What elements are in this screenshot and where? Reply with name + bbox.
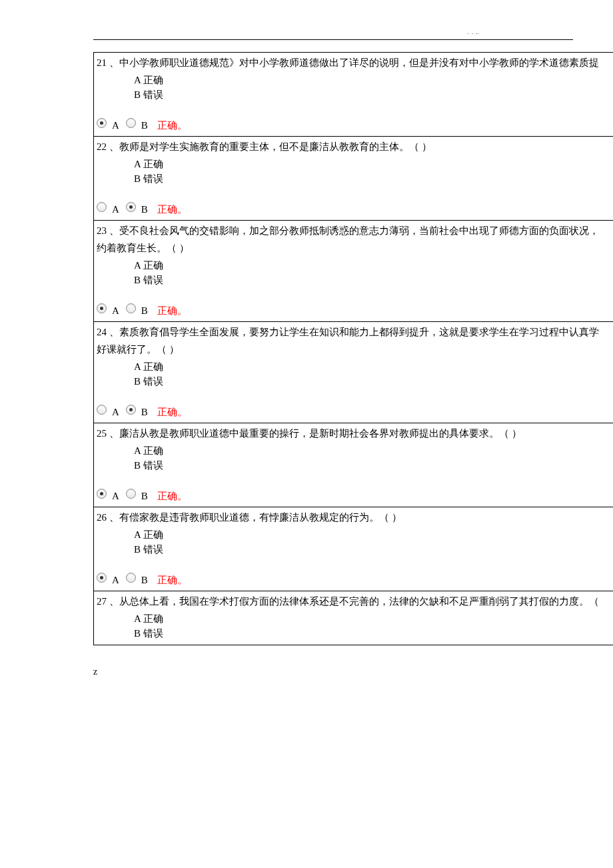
option-b: B 错误 — [134, 87, 610, 102]
radio-b[interactable] — [126, 118, 136, 128]
question-stem: 26 、有偿家教是违背教师职业道德，有悖廉洁从教规定的行为。（ ） — [97, 510, 610, 525]
header-dots: . . .. — [468, 29, 480, 35]
question: 27 、从总体上看，我国在学术打假方面的法律体系还是不完善的，法律的欠缺和不足严… — [94, 591, 613, 645]
question-stem: 24 、素质教育倡导学生全面发展，要努力让学生在知识和能力上都得到提升，这就是要… — [97, 325, 610, 339]
radio-b-label: B — [141, 305, 148, 317]
radio-b[interactable] — [126, 405, 136, 415]
question-list: 21 、中小学教师职业道德规范》对中小学教师道德做出了详尽的说明，但是并没有对中… — [93, 52, 613, 645]
answer-row: AB正确。 — [97, 305, 610, 317]
option-a: A 正确 — [134, 611, 610, 626]
radio-b-label: B — [141, 204, 148, 215]
radio-b-label: B — [141, 491, 148, 502]
question: 25 、廉洁从教是教师职业道德中最重要的操行，是新时期社会各界对教师提出的具体要… — [94, 423, 613, 507]
radio-a-label: A — [112, 305, 119, 317]
answer-row: AB正确。 — [97, 119, 610, 132]
radio-a[interactable] — [97, 303, 107, 313]
correct-text: 正确。 — [157, 119, 187, 132]
options: A 正确B 错误 — [134, 443, 610, 473]
header-area: . . .. — [93, 39, 573, 40]
option-b: B 错误 — [134, 458, 610, 473]
question-stem: 27 、从总体上看，我国在学术打假方面的法律体系还是不完善的，法律的欠缺和不足严… — [97, 594, 610, 609]
correct-text: 正确。 — [157, 406, 187, 419]
radio-b-label: B — [141, 407, 148, 418]
option-a: A 正确 — [134, 157, 610, 171]
option-a: A 正确 — [134, 73, 610, 87]
question-stem-cont: 好课就行了。（ ） — [97, 342, 610, 357]
question-stem: 25 、廉洁从教是教师职业道德中最重要的操行，是新时期社会各界对教师提出的具体要… — [97, 426, 610, 441]
question-stem: 21 、中小学教师职业道德规范》对中小学教师道德做出了详尽的说明，但是并没有对中… — [97, 55, 610, 70]
option-b: B 错误 — [134, 171, 610, 186]
radio-a-label: A — [112, 407, 119, 418]
radio-a-label: A — [112, 491, 119, 502]
question-stem: 23 、受不良社会风气的交错影响，加之部分教师抵制诱惑的意志力薄弱，当前社会中出… — [97, 223, 610, 238]
option-a: A 正确 — [134, 443, 610, 458]
footer-mark: z — [93, 667, 613, 677]
question-stem-cont: 约着教育生长。（ ） — [97, 241, 610, 255]
answer-row: AB正确。 — [97, 574, 610, 587]
answer-row: AB正确。 — [97, 490, 610, 503]
option-a: A 正确 — [134, 527, 610, 542]
question: 22 、教师是对学生实施教育的重要主体，但不是廉洁从教教育的主体。（ ）A 正确… — [94, 137, 613, 221]
radio-b[interactable] — [126, 489, 136, 499]
options: A 正确B 错误 — [134, 157, 610, 186]
answer-row: AB正确。 — [97, 203, 610, 216]
radio-b[interactable] — [126, 303, 136, 313]
option-a: A 正确 — [134, 258, 610, 273]
question: 21 、中小学教师职业道德规范》对中小学教师道德做出了详尽的说明，但是并没有对中… — [94, 53, 613, 137]
question: 26 、有偿家教是违背教师职业道德，有悖廉洁从教规定的行为。（ ）A 正确B 错… — [94, 507, 613, 591]
option-b: B 错误 — [134, 626, 610, 641]
radio-a-label: A — [112, 120, 119, 131]
options: A 正确B 错误 — [134, 359, 610, 389]
options: A 正确B 错误 — [134, 611, 610, 641]
option-a: A 正确 — [134, 359, 610, 374]
radio-a[interactable] — [97, 118, 107, 128]
correct-text: 正确。 — [157, 490, 187, 503]
radio-b[interactable] — [126, 202, 136, 212]
correct-text: 正确。 — [157, 305, 187, 317]
radio-a[interactable] — [97, 489, 107, 499]
radio-b[interactable] — [126, 573, 136, 583]
radio-b-label: B — [141, 575, 148, 586]
radio-a-label: A — [112, 204, 119, 215]
option-b: B 错误 — [134, 374, 610, 389]
correct-text: 正确。 — [157, 203, 187, 216]
question: 24 、素质教育倡导学生全面发展，要努力让学生在知识和能力上都得到提升，这就是要… — [94, 322, 613, 423]
radio-a[interactable] — [97, 573, 107, 583]
option-b: B 错误 — [134, 273, 610, 287]
correct-text: 正确。 — [157, 574, 187, 587]
options: A 正确B 错误 — [134, 258, 610, 287]
radio-a-label: A — [112, 575, 119, 586]
option-b: B 错误 — [134, 542, 610, 557]
question-stem: 22 、教师是对学生实施教育的重要主体，但不是廉洁从教教育的主体。（ ） — [97, 139, 610, 154]
radio-a[interactable] — [97, 405, 107, 415]
radio-a[interactable] — [97, 202, 107, 212]
radio-b-label: B — [141, 120, 148, 131]
options: A 正确B 错误 — [134, 527, 610, 557]
header-rule — [93, 39, 573, 40]
options: A 正确B 错误 — [134, 73, 610, 102]
page: . . .. 21 、中小学教师职业道德规范》对中小学教师道德做出了详尽的说明，… — [0, 0, 613, 717]
answer-row: AB正确。 — [97, 406, 610, 419]
question: 23 、受不良社会风气的交错影响，加之部分教师抵制诱惑的意志力薄弱，当前社会中出… — [94, 221, 613, 322]
